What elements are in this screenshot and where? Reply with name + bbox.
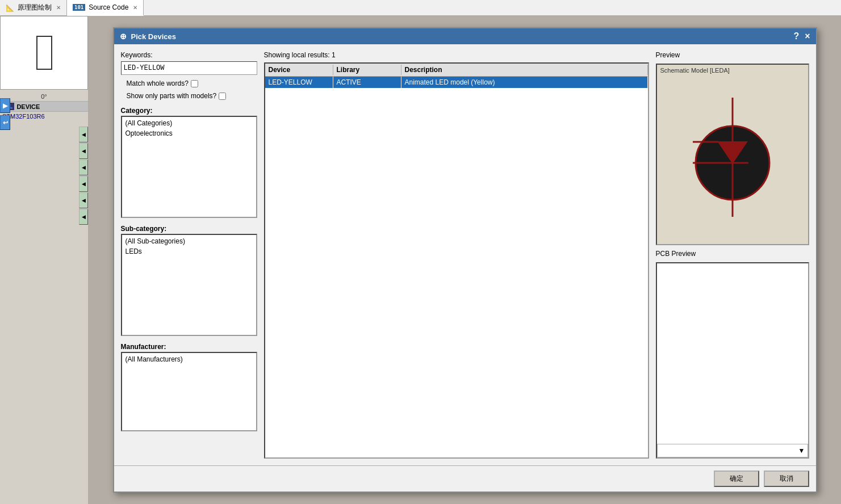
tab-source-code[interactable]: 101 Source Code ✕: [67, 0, 144, 16]
pcb-dropdown-arrow: ▼: [798, 447, 805, 455]
dialog-left-panel: Keywords: Match whole words? Show only p…: [121, 51, 257, 459]
match-whole-words-label: Match whole words?: [127, 79, 189, 87]
cancel-button[interactable]: 取消: [764, 471, 809, 487]
category-item-all[interactable]: (All Categories): [123, 118, 255, 128]
match-whole-words-checkbox[interactable]: [191, 80, 198, 87]
col-library: Library: [333, 65, 401, 75]
dialog-titlebar-buttons: ? ×: [793, 32, 810, 41]
keywords-section: Keywords:: [121, 51, 257, 75]
dialog-titlebar: ⊕ Pick Devices ? ×: [114, 28, 816, 44]
rotation-label: 0°: [0, 92, 88, 101]
match-whole-words-row: Match whole words?: [127, 79, 257, 87]
schematic-tab-close[interactable]: ✕: [56, 5, 61, 11]
canvas-preview: [0, 16, 88, 90]
schematic-tab-icon: 📐: [6, 4, 14, 12]
dialog-help-button[interactable]: ?: [793, 32, 799, 41]
table-row[interactable]: LED-YELLOW ACTIVE Animated LED model (Ye…: [265, 77, 648, 88]
nav-arrow-undo[interactable]: ↩: [0, 115, 10, 130]
show-only-parts-checkbox[interactable]: [219, 93, 226, 100]
cell-library: ACTIVE: [333, 77, 401, 88]
cell-device: LED-YELLOW: [265, 77, 333, 88]
code-tab-icon: 101: [73, 4, 85, 11]
side-tool-2[interactable]: ◀: [79, 143, 88, 159]
component-preview-rect: [36, 36, 52, 70]
subcategory-item-leds[interactable]: LEDs: [123, 246, 255, 257]
tab-schematic[interactable]: 📐 原理图绘制 ✕: [0, 0, 67, 15]
schematic-model-label: Schematic Model [LEDA]: [660, 67, 730, 74]
side-tool-5[interactable]: ◀: [79, 192, 88, 208]
manufacturer-list[interactable]: (All Manufacturers): [121, 352, 257, 431]
cell-description: Animated LED model (Yellow): [401, 77, 648, 88]
dialog-title-icon: ⊕: [120, 32, 127, 41]
dialog-body: Keywords: Match whole words? Show only p…: [114, 44, 816, 465]
dialog-right-panel: Preview Schematic Model [LEDA]: [656, 51, 809, 459]
results-label: Showing local results: 1: [264, 51, 649, 59]
subcategory-section: Sub-category: (All Sub-categories) LEDs: [121, 225, 257, 336]
pcb-dropdown[interactable]: ▼: [657, 444, 808, 457]
category-label: Category:: [121, 107, 257, 115]
keywords-label: Keywords:: [121, 51, 153, 59]
source-code-tab-label: Source Code: [89, 3, 128, 11]
results-table: Device Library Description LED-YELLOW AC…: [264, 62, 649, 459]
col-device: Device: [265, 65, 333, 75]
category-list[interactable]: (All Categories) Optoelectronics: [121, 116, 257, 218]
side-tool-1[interactable]: ◀: [79, 127, 88, 142]
subcategory-list[interactable]: (All Sub-categories) LEDs: [121, 234, 257, 336]
tab-bar: 📐 原理图绘制 ✕ 101 Source Code ✕: [0, 0, 841, 16]
dialog-title-text: Pick Devices: [131, 32, 177, 41]
device-list-header: P L DEVICE: [0, 101, 88, 112]
device-item-stm32[interactable]: STM32F103R6: [0, 112, 88, 121]
nav-arrow-right[interactable]: ▶: [0, 98, 10, 113]
dialog-middle-panel: Showing local results: 1 Device Library …: [264, 51, 649, 459]
manufacturer-item-all[interactable]: (All Manufacturers): [123, 354, 255, 364]
category-item-opto[interactable]: Optoelectronics: [123, 128, 255, 138]
schematic-preview-box: Schematic Model [LEDA]: [656, 64, 809, 245]
table-header: Device Library Description: [265, 64, 648, 77]
app-area: 0° ▶ ↩ P L DEVICE STM32F103R6 ◀ ◀ ◀ ◀ ◀ …: [0, 16, 841, 504]
subcategory-label: Sub-category:: [121, 225, 257, 233]
source-code-tab-close[interactable]: ✕: [133, 5, 137, 11]
subcategory-item-all[interactable]: (All Sub-categories): [123, 236, 255, 246]
pcb-preview-label: PCB Preview: [656, 250, 809, 258]
side-tool-4[interactable]: ◀: [79, 176, 88, 192]
dialog-title-left: ⊕ Pick Devices: [120, 32, 177, 41]
led-symbol: [657, 65, 808, 244]
left-sidebar: 0° ▶ ↩ P L DEVICE STM32F103R6 ◀ ◀ ◀ ◀ ◀ …: [0, 16, 89, 504]
side-tool-3[interactable]: ◀: [79, 159, 88, 175]
side-tool-6[interactable]: ◀: [79, 209, 88, 225]
device-header-label: DEVICE: [16, 103, 40, 110]
pcb-preview-box: ▼: [656, 262, 809, 459]
dialog-backdrop: ⊕ Pick Devices ? × Key: [89, 16, 841, 504]
manufacturer-label: Manufacturer:: [121, 343, 257, 351]
led-svg: [676, 81, 789, 228]
show-only-parts-label: Show only parts with models?: [127, 92, 217, 100]
pick-devices-dialog: ⊕ Pick Devices ? × Key: [113, 27, 817, 493]
keywords-input[interactable]: [121, 61, 257, 75]
confirm-button[interactable]: 确定: [714, 471, 759, 487]
manufacturer-section: Manufacturer: (All Manufacturers): [121, 343, 257, 431]
category-section: Category: (All Categories) Optoelectroni…: [121, 107, 257, 218]
show-only-parts-row: Show only parts with models?: [127, 92, 257, 100]
col-description: Description: [401, 65, 648, 75]
dialog-close-button[interactable]: ×: [805, 32, 810, 41]
preview-label: Preview: [656, 51, 809, 59]
keywords-row: Keywords:: [121, 51, 257, 59]
dialog-footer: 确定 取消: [114, 465, 816, 492]
schematic-tab-label: 原理图绘制: [18, 3, 52, 12]
